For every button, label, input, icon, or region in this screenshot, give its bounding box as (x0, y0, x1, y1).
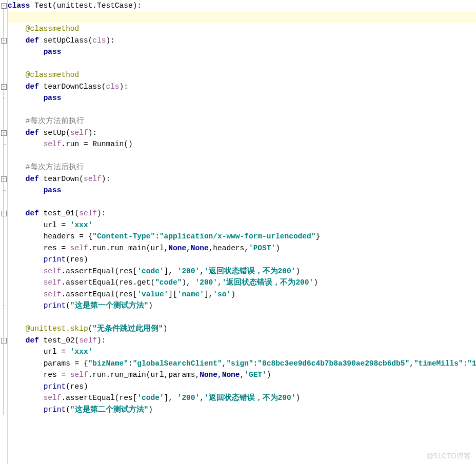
code-line: def setUpClass(cls): (8, 35, 476, 47)
token-kw: def (26, 36, 39, 45)
code-line: self.assertEqual(res['value']['name'],'s… (8, 289, 476, 300)
watermark: @51CTO博客 (426, 452, 471, 461)
token-deft: , (217, 278, 222, 287)
token-self: self (44, 394, 62, 402)
token-builtin: print (44, 301, 66, 310)
fold-toggle-icon[interactable]: − (1, 84, 7, 90)
token-str: '200' (195, 278, 218, 287)
code-line: def test_01(self): (8, 208, 476, 219)
token-str: "1 (467, 359, 476, 368)
token-deft: setUp( (39, 129, 70, 137)
token-str: "timeMills" (414, 359, 463, 368)
code-line: res = self.run.run_main(url,params,None,… (8, 369, 476, 381)
token-self: self (44, 140, 62, 148)
code-line: self.run = Runmain() (8, 138, 476, 150)
token-str: "code" (155, 278, 182, 287)
token-str: "无条件跳过此用例" (92, 325, 163, 333)
token-str: 'xxx' (70, 348, 93, 356)
token-deft: ): (120, 83, 128, 91)
token-deft: ), (182, 278, 195, 287)
fold-toggle-icon[interactable]: − (1, 3, 7, 9)
token-deft: ) (148, 406, 153, 414)
code-line: def tearDown(self): (8, 173, 476, 185)
token-deft: test_02( (39, 336, 79, 345)
fold-toggle-icon[interactable]: − (1, 130, 7, 136)
token-str: 'code' (137, 394, 164, 402)
code-line: @unittest.skip("无条件跳过此用例") (8, 323, 476, 335)
token-kw: def (26, 175, 39, 183)
token-deft: ): (88, 129, 97, 137)
token-deft: res = (44, 371, 70, 379)
token-str: 'xxx' (70, 221, 93, 229)
token-none: None (168, 244, 186, 252)
code-line: res = self.run.run_main(url,None,None,he… (8, 243, 476, 254)
token-deft: : (128, 359, 133, 368)
fold-toggle-icon[interactable]: − (1, 176, 7, 182)
token-str: "这是第一个测试方法" (70, 301, 148, 310)
token-param: self (79, 209, 97, 217)
token-str: 'code' (137, 267, 164, 275)
token-none: None (222, 371, 240, 379)
token-deft: ], (204, 290, 213, 298)
code-line: self.assertEqual(res['code'], '200','返回状… (8, 392, 476, 404)
code-line: def tearDownClass(cls): (8, 81, 476, 93)
code-line: headers = {"Content-Type":"application/x… (8, 231, 476, 243)
token-deft: ], (164, 267, 177, 275)
token-param: self (84, 175, 102, 183)
token-deft: ): (102, 175, 110, 183)
code-line: pass (8, 46, 476, 58)
token-str: '返回状态错误，不为200' (204, 267, 296, 275)
token-builtin: print (44, 382, 66, 391)
token-deft: res = (44, 244, 70, 252)
token-deft: , (200, 267, 204, 275)
code-line: url = 'xxx' (8, 219, 476, 231)
token-dec: @classmethod (26, 71, 79, 79)
token-kw: def (26, 209, 39, 217)
token-deft: ) (295, 267, 300, 275)
token-deft: ) (148, 301, 153, 310)
code-line (8, 196, 476, 208)
token-str: "sign" (226, 359, 253, 368)
code-area[interactable]: class Test(unittest.TestCase): @classmet… (8, 0, 476, 415)
code-line: self.assertEqual(res['code'], '200','返回状… (8, 266, 476, 277)
token-str: "application/x-www-form-urlencoded" (160, 232, 316, 240)
token-deft: ) (267, 371, 271, 379)
token-deft: ) (231, 290, 235, 298)
token-deft: tearDown( (39, 175, 84, 183)
token-deft: ): (106, 36, 114, 45)
token-deft: : (155, 232, 160, 240)
token-str: '返回状态错误，不为200' (204, 394, 296, 402)
token-deft: ): (97, 209, 106, 217)
token-str: '200' (177, 394, 200, 402)
code-line: print(res) (8, 254, 476, 266)
token-str: '200' (177, 267, 200, 275)
code-line: pass (8, 92, 476, 104)
token-deft: , (217, 371, 222, 379)
token-self: self (44, 278, 62, 287)
token-param: self (70, 129, 88, 137)
token-deft: Test(unittest.TestCase): (30, 2, 142, 10)
code-line (8, 58, 476, 70)
token-builtin: print (44, 255, 66, 264)
token-param: self (79, 336, 97, 345)
code-editor: −−−−−−− class Test(unittest.TestCase): @… (0, 0, 476, 464)
code-line: print("这是第二个测试方法") (8, 404, 476, 416)
token-str: '返回状态错误，不为200' (222, 278, 314, 287)
token-deft: .assertEqual(res[ (61, 267, 137, 275)
fold-toggle-icon[interactable]: − (1, 338, 7, 344)
fold-toggle-icon[interactable]: − (1, 38, 7, 44)
token-deft: ) (313, 278, 318, 287)
token-deft: , (200, 394, 204, 402)
token-deft: setUpClass( (39, 36, 92, 45)
token-kw: def (26, 129, 39, 137)
token-deft: } (315, 232, 320, 240)
token-deft: tearDownClass( (39, 83, 106, 91)
token-dec: @classmethod (26, 25, 79, 33)
token-kw: class (8, 2, 30, 10)
token-deft: params = { (44, 359, 88, 368)
fold-toggle-icon[interactable]: − (1, 211, 7, 216)
token-deft: .assertEqual(res[ (61, 394, 137, 402)
token-deft: url = (44, 221, 70, 229)
token-deft: : (463, 359, 468, 368)
token-self: self (70, 371, 88, 379)
